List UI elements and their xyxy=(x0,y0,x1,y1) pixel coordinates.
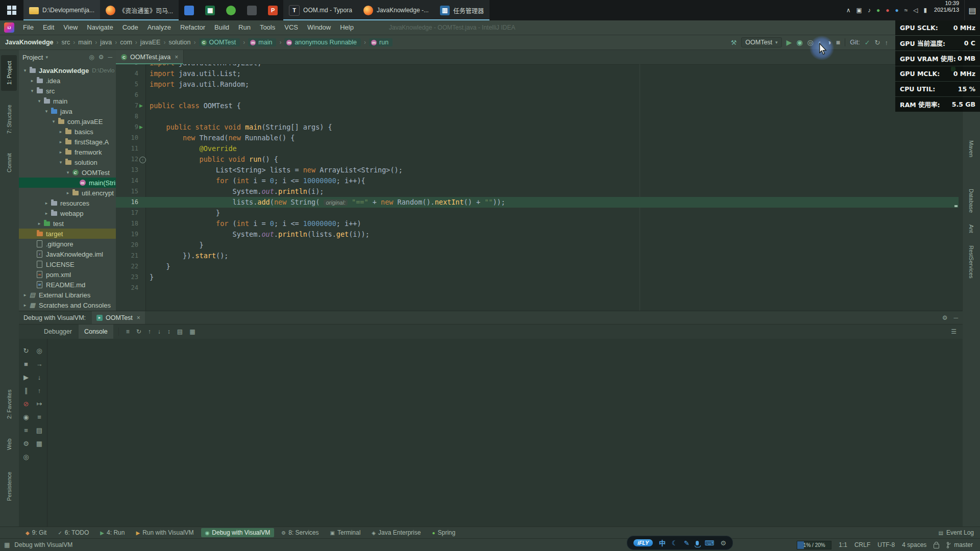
menu-edit[interactable]: Edit xyxy=(38,20,59,35)
to-bottom-icon[interactable]: ↓ xyxy=(158,328,161,335)
tool-window-button-java-enterprise[interactable]: ◈Java Enterprise xyxy=(368,528,425,537)
chevron-collapsed-icon[interactable]: ▸ xyxy=(43,201,50,206)
build-icon[interactable]: ⚒ xyxy=(731,39,737,46)
chevron-collapsed-icon[interactable]: ▸ xyxy=(65,190,71,195)
line-separator[interactable]: CRLF xyxy=(854,541,870,548)
tree-item-main[interactable]: ▾main xyxy=(19,96,116,106)
tree-item-readme.md[interactable]: MREADME.md xyxy=(19,280,116,290)
breadcrumb-java[interactable]: java xyxy=(100,39,112,46)
breadcrumb-solution[interactable]: solution xyxy=(168,39,190,46)
taskbar-app-pinned-dark-app[interactable] xyxy=(241,0,262,20)
to-top-icon[interactable]: ↑ xyxy=(148,328,151,335)
chevron-expanded-icon[interactable]: ▾ xyxy=(36,98,42,104)
breadcrumb-main[interactable]: mmain xyxy=(248,38,276,46)
tool-button-maven[interactable]: Maven xyxy=(963,134,979,164)
editor-body[interactable]: 3import java.util.ArrayList;4import java… xyxy=(116,64,959,311)
tab-debugger[interactable]: Debugger xyxy=(38,324,78,339)
resume-icon[interactable]: ▶ xyxy=(23,373,29,381)
breadcrumb-com[interactable]: com xyxy=(120,39,132,46)
view-breakpoints-icon[interactable]: ◉ xyxy=(23,413,29,421)
keyboard-icon[interactable]: ⌨ xyxy=(705,540,715,546)
tree-item-solution[interactable]: ▾solution xyxy=(19,157,116,167)
tree-item-com.javaee[interactable]: ▾com.javaEE xyxy=(19,116,116,127)
media-icon[interactable]: ♪ xyxy=(868,7,871,14)
tree-item-basics[interactable]: ▸basics xyxy=(19,127,116,137)
run-gutter-icon[interactable]: ▶ xyxy=(139,124,143,130)
tool-window-button-4-run[interactable]: ▶4: Run xyxy=(96,528,129,537)
tool-window-button-run-with-visualvm[interactable]: ▶Run with VisualVM xyxy=(132,528,198,537)
breadcrumb-main[interactable]: main xyxy=(78,39,92,46)
chevron-collapsed-icon[interactable]: ▸ xyxy=(29,78,35,83)
step-over-icon[interactable]: → xyxy=(36,360,43,368)
indent-setting[interactable]: 4 spaces xyxy=(902,541,926,548)
tree-item-javaknowledge.iml[interactable]: iJavaKnowledge.iml xyxy=(19,249,116,259)
update-project-icon[interactable]: ↻ xyxy=(875,39,880,46)
settings-icon[interactable]: ⚙ xyxy=(720,540,726,546)
menu-icon[interactable]: ☰ xyxy=(951,328,963,335)
tool-window-button-6-todo[interactable]: ✓6: TODO xyxy=(54,528,93,537)
mic-icon[interactable] xyxy=(696,541,699,545)
console-output[interactable]: ↻■▶∥⊘◉≡⚙◎ ◎→↓↑↦≡▤▦ xyxy=(19,339,963,527)
run-icon[interactable]: ▶ xyxy=(787,38,792,46)
run-gutter-icon[interactable]: ▶ xyxy=(139,103,143,109)
tree-item-external-libraries[interactable]: ▸▤External Libraries xyxy=(19,290,116,300)
tool-button-persistence[interactable]: Persistence xyxy=(1,462,17,510)
run-config-selector[interactable]: OOMTest ▾ xyxy=(741,37,781,47)
step-out-icon[interactable]: ↑ xyxy=(38,387,41,394)
tree-item-java[interactable]: ▾java xyxy=(19,106,116,116)
tool-button-7-structure[interactable]: 7: Structure xyxy=(1,98,17,141)
chevron-collapsed-icon[interactable]: ▸ xyxy=(43,211,50,216)
tree-item-test[interactable]: ▸test xyxy=(19,218,116,229)
tool-button-restservices[interactable]: RestServices xyxy=(963,240,979,284)
taskbar-app-explorer[interactable]: D:\Devlopment\ja... xyxy=(23,0,100,20)
red-dot-icon[interactable]: ● xyxy=(886,7,889,14)
taskbar-clock[interactable]: 10:39 2021/6/13 xyxy=(931,0,964,20)
mute-breakpoints-icon[interactable]: ⊘ xyxy=(23,400,29,408)
breadcrumb-oomtest[interactable]: COOMTest xyxy=(199,38,240,46)
caret-position[interactable]: 1:1 xyxy=(839,541,847,548)
push-icon[interactable]: ↑ xyxy=(885,39,889,46)
menu-tools[interactable]: Tools xyxy=(255,20,280,35)
taskbar-app-powerpoint[interactable]: P xyxy=(262,0,283,20)
tool-button-ant[interactable]: Ant xyxy=(963,221,979,236)
tree-item-webapp[interactable]: ▸webapp xyxy=(19,208,116,218)
settings-icon[interactable]: ⚙ xyxy=(942,314,948,321)
hide-icon[interactable]: ─ xyxy=(108,54,112,61)
chevron-expanded-icon[interactable]: ▾ xyxy=(43,109,50,114)
breadcrumb-anonymous-runnable[interactable]: manonymous Runnable xyxy=(284,38,361,46)
file-encoding[interactable]: UTF-8 xyxy=(877,541,895,548)
lock-icon[interactable] xyxy=(934,544,939,548)
hide-icon[interactable]: ─ xyxy=(953,314,958,321)
history-icon[interactable]: ▦ xyxy=(189,328,195,335)
tool-window-button-spring[interactable]: ●Spring xyxy=(428,528,459,537)
taskbar-app-firefox-zizhitongjian[interactable]: 《资治通鉴》司马... xyxy=(100,0,179,20)
tool-button-2-favorites[interactable]: 2: Favorites xyxy=(1,382,17,427)
notification-center-icon[interactable]: ▤ xyxy=(964,0,980,20)
tree-item-target[interactable]: target xyxy=(19,229,116,239)
breadcrumb-run[interactable]: mrun xyxy=(369,38,393,46)
chevron-collapsed-icon[interactable]: ▸ xyxy=(58,149,64,155)
tool-window-button-terminal[interactable]: ▣Terminal xyxy=(326,528,365,537)
chevron-collapsed-icon[interactable]: ▸ xyxy=(36,221,42,226)
project-panel-title[interactable]: Project xyxy=(22,54,43,61)
taskbar-app-pinned-spreadsheet[interactable]: ▦ xyxy=(200,0,220,20)
green-dot-icon[interactable]: ● xyxy=(876,7,880,14)
settings-icon[interactable]: ⚙ xyxy=(23,440,29,447)
menu-code[interactable]: Code xyxy=(118,20,143,35)
chevron-expanded-icon[interactable]: ▾ xyxy=(65,170,71,175)
tree-item-util.encrypt[interactable]: ▸util.encrypt xyxy=(19,188,116,198)
tab-console[interactable]: Console xyxy=(79,324,113,339)
tree-item-oomtest[interactable]: ▾COOMTest xyxy=(19,167,116,178)
chevron-expanded-icon[interactable]: ▾ xyxy=(58,160,64,165)
chevron-expanded-icon[interactable]: ▾ xyxy=(51,119,57,124)
chevron-collapsed-icon[interactable]: ▸ xyxy=(58,139,64,144)
tool-button-database[interactable]: Database xyxy=(963,185,979,217)
stop-icon[interactable]: ■ xyxy=(836,38,840,46)
threads-icon[interactable]: ≡ xyxy=(24,427,28,434)
tool-window-button-debug-with-visualvm[interactable]: ◉Debug with VisualVM xyxy=(201,528,275,537)
watches-icon[interactable]: ▤ xyxy=(36,427,42,434)
menu-file[interactable]: File xyxy=(18,20,38,35)
tree-item-pom.xml[interactable]: mpom.xml xyxy=(19,269,116,280)
memory-indicator[interactable]: 1% / 20% xyxy=(797,541,831,549)
settings-icon[interactable]: ⚙ xyxy=(99,54,104,61)
